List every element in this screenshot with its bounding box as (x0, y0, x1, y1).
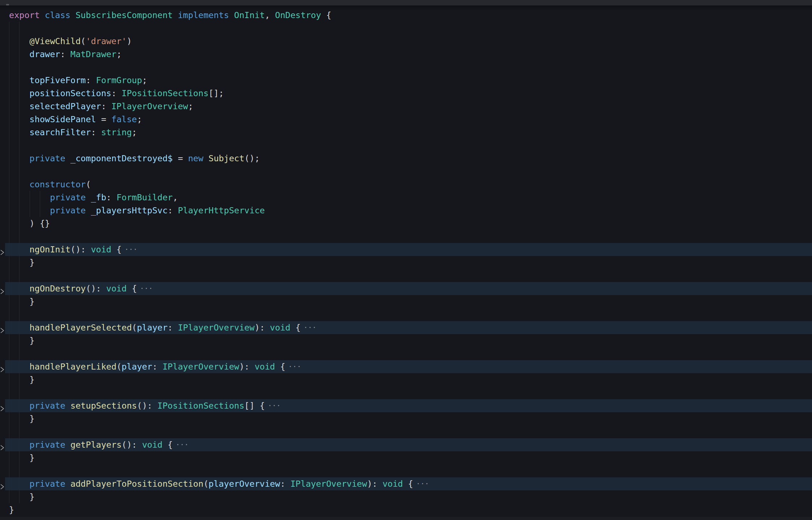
token-pun: ; (188, 101, 193, 111)
code-line[interactable] (0, 386, 812, 399)
folded-code-badge[interactable]: ··· (176, 440, 189, 449)
token-pun: ; (132, 127, 137, 137)
token-pun: { (162, 440, 172, 450)
code-line-text: private _componentDestroyed$ = new Subje… (9, 153, 260, 163)
token-pun (9, 101, 30, 111)
token-pun (173, 10, 178, 20)
code-line[interactable]: ngOnDestroy(): void {··· (0, 282, 812, 295)
code-line-text: searchFilter: string; (9, 127, 137, 137)
token-pun: [] { (244, 401, 265, 411)
code-line[interactable] (0, 269, 812, 282)
token-type: IPlayerOverview (178, 323, 255, 333)
fold-chevron-icon[interactable] (0, 402, 5, 409)
code-line-text: drawer: MatDrawer; (9, 49, 121, 59)
code-line[interactable]: } (0, 412, 812, 425)
code-line-text: handlePlayerSelected(player: IPlayerOver… (9, 323, 317, 333)
token-pun: : (101, 101, 111, 111)
code-line[interactable]: } (0, 490, 812, 503)
code-editor-window: export class SubscribesComponent impleme… (0, 0, 812, 520)
folded-code-badge[interactable]: ··· (268, 401, 281, 410)
code-line[interactable]: private _componentDestroyed$ = new Subje… (0, 152, 812, 165)
code-area: export class SubscribesComponent impleme… (0, 5, 812, 520)
token-pun: ; (137, 114, 142, 124)
code-line[interactable]: private setupSections(): IPositionSectio… (0, 399, 812, 412)
code-line[interactable]: selectedPlayer: IPlayerOverview; (0, 100, 812, 113)
token-fn: Subject (209, 153, 244, 163)
token-pun (9, 88, 30, 98)
code-line[interactable]: } (0, 256, 812, 269)
code-line[interactable]: } (0, 295, 812, 308)
code-line[interactable] (0, 61, 812, 74)
code-line[interactable]: } (0, 373, 812, 386)
token-type: OnDestroy (275, 10, 321, 20)
code-line[interactable]: showSidePanel = false; (0, 113, 812, 126)
token-pun: (): (86, 284, 106, 294)
code-line[interactable]: searchFilter: string; (0, 126, 812, 139)
token-kw: new (188, 153, 203, 163)
code-line[interactable]: export class SubscribesComponent impleme… (0, 9, 812, 22)
folded-code-badge[interactable]: ··· (140, 284, 153, 293)
token-kw: private (30, 479, 65, 489)
token-pun: } (9, 257, 35, 268)
code-line[interactable] (0, 165, 812, 178)
token-pun: } (9, 336, 35, 346)
code-line[interactable]: drawer: MatDrawer; (0, 48, 812, 61)
token-pun (9, 179, 30, 189)
code-line-text: topFiveForm: FormGroup; (9, 75, 147, 85)
token-prop: drawer (30, 49, 60, 59)
code-line[interactable]: } (0, 451, 812, 464)
token-type: IPositionSections (157, 401, 244, 411)
token-type: void (142, 440, 163, 450)
code-line[interactable]: } (0, 334, 812, 347)
code-line[interactable] (0, 139, 812, 152)
token-pun: : (152, 362, 162, 372)
code-line[interactable]: topFiveForm: FormGroup; (0, 74, 812, 87)
code-line[interactable] (0, 425, 812, 438)
fold-chevron-icon[interactable] (0, 363, 5, 370)
token-pun: (); (244, 153, 260, 163)
folded-code-badge[interactable]: ··· (303, 323, 316, 332)
code-line[interactable]: ngOnInit(): void {··· (0, 243, 812, 256)
token-type: FormBuilder (116, 192, 173, 203)
code-line[interactable]: private addPlayerToPositionSection(playe… (0, 477, 812, 490)
code-line[interactable]: @ViewChild('drawer') (0, 35, 812, 48)
folded-code-badge[interactable]: ··· (416, 479, 429, 488)
code-line[interactable]: handlePlayerLiked(player: IPlayerOvervie… (0, 360, 812, 373)
code-line[interactable]: private _playersHttpSvc: PlayerHttpServi… (0, 204, 812, 217)
code-line[interactable]: private getPlayers(): void {··· (0, 438, 812, 451)
fold-chevron-icon[interactable] (0, 285, 5, 292)
folded-code-badge[interactable]: ··· (288, 362, 301, 371)
token-pun: { (111, 244, 121, 255)
code-line-text: } (9, 336, 35, 346)
token-fn: getPlayers (70, 440, 121, 450)
token-pun: : (111, 88, 121, 98)
token-pun: ( (81, 36, 86, 46)
code-line[interactable]: positionSections: IPositionSections[]; (0, 87, 812, 100)
token-type: SubscribesComponent (76, 10, 173, 20)
code-line-text: } (9, 297, 35, 307)
code-line-text: ) {} (9, 218, 50, 229)
token-prop: topFiveForm (30, 75, 86, 85)
code-line[interactable]: constructor( (0, 178, 812, 191)
code-line[interactable] (0, 22, 812, 35)
token-pun (9, 114, 30, 124)
token-pun: } (9, 297, 35, 307)
code-line[interactable] (0, 230, 812, 243)
code-line[interactable]: } (0, 503, 812, 516)
code-line[interactable] (0, 464, 812, 477)
fold-chevron-icon[interactable] (0, 324, 5, 331)
code-line[interactable] (0, 308, 812, 321)
fold-chevron-icon[interactable] (0, 442, 5, 448)
code-line[interactable]: ) {} (0, 217, 812, 230)
fold-chevron-icon[interactable] (0, 481, 5, 487)
fold-chevron-icon[interactable] (0, 246, 5, 253)
code-line[interactable] (0, 347, 812, 360)
folded-code-badge[interactable]: ··· (124, 245, 137, 253)
token-pun (65, 401, 70, 411)
token-type: void (270, 323, 291, 333)
code-line[interactable]: private _fb: FormBuilder, (0, 191, 812, 204)
token-pun: , (173, 192, 178, 203)
token-pun: (): (137, 401, 158, 411)
token-pun: } (9, 505, 14, 515)
code-line[interactable]: handlePlayerSelected(player: IPlayerOver… (0, 321, 812, 334)
